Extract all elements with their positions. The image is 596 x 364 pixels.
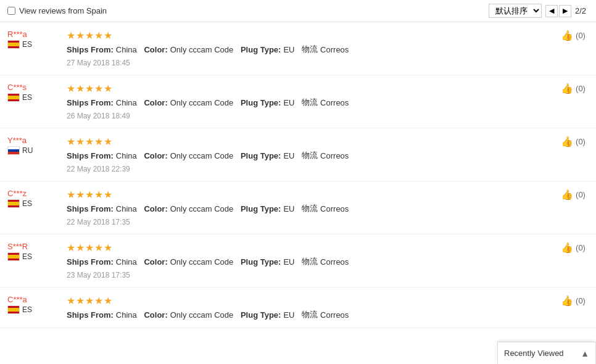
plug-type-label: Plug Type: — [241, 257, 281, 267]
recently-viewed-label: Recently Viewed — [504, 349, 564, 358]
thumbs-up-icon: 👍 — [561, 295, 573, 307]
review-date: 22 May 2018 17:35 — [67, 218, 548, 226]
star-icon: ★ — [85, 83, 94, 94]
star-icon: ★ — [76, 136, 85, 147]
color-label: Color: — [144, 151, 167, 160]
like-count: (0) — [576, 296, 586, 305]
review-meta: Ships From: China Color: Only cccam Code… — [67, 150, 548, 161]
plug-type-label: Plug Type: — [241, 151, 281, 160]
ships-from-value: China — [116, 151, 137, 160]
plug-type-value: EU — [283, 98, 294, 107]
star-icon: ★ — [94, 189, 103, 201]
like-section: 👍 (0) — [558, 295, 589, 307]
plug-type-label: Plug Type: — [241, 204, 281, 213]
star-rating: ★★★★★ — [67, 189, 548, 201]
like-button[interactable]: 👍 (0) — [561, 83, 586, 94]
star-icon: ★ — [94, 242, 103, 254]
like-count: (0) — [576, 137, 586, 146]
reviewer-name: C***a — [7, 295, 27, 304]
color-label: Color: — [144, 98, 167, 107]
like-count: (0) — [576, 84, 586, 93]
reviewer-country: ES — [7, 199, 57, 208]
plug-type-label: Plug Type: — [241, 45, 281, 54]
color-value: Only cccam Code — [170, 310, 234, 320]
next-page-button[interactable]: ▶ — [559, 5, 571, 17]
star-icon: ★ — [104, 30, 112, 41]
country-flag-icon — [7, 199, 20, 208]
ships-from-label: Ships From: — [67, 310, 114, 320]
star-icon: ★ — [67, 30, 75, 41]
color-label: Color: — [144, 310, 167, 320]
pagination-nav: ◀ ▶ 2/2 — [545, 5, 589, 17]
like-count: (0) — [576, 243, 586, 252]
recently-viewed-bar[interactable]: Recently Viewed ▲ — [497, 342, 596, 364]
logistics-label: 物流 — [302, 150, 318, 161]
star-rating: ★★★★★ — [67, 30, 548, 41]
color-value: Only cccam Code — [170, 204, 234, 213]
country-code: ES — [22, 93, 32, 102]
thumbs-up-icon: 👍 — [561, 83, 573, 94]
like-button[interactable]: 👍 (0) — [561, 136, 586, 147]
top-bar-right: 默认排序最新最旧 ◀ ▶ 2/2 — [489, 4, 589, 18]
reviewer-country: ES — [7, 40, 57, 49]
like-section: 👍 (0) — [558, 30, 589, 41]
spain-filter-label: View reviews from Spain — [19, 6, 107, 15]
review-content: ★★★★★ Ships From: China Color: Only ccca… — [67, 242, 548, 279]
logistics-carrier: Correos — [320, 310, 349, 320]
reviewer-info: C***s ES — [7, 83, 57, 102]
review-date: 23 May 2018 17:35 — [67, 271, 548, 279]
star-icon: ★ — [85, 295, 94, 307]
review-item: Y***a RU ★★★★★ Ships From: China Color: … — [0, 128, 596, 181]
star-rating: ★★★★★ — [67, 136, 548, 147]
spain-filter-checkbox[interactable] — [7, 7, 15, 15]
review-content: ★★★★★ Ships From: China Color: Only ccca… — [67, 136, 548, 173]
country-flag-icon — [7, 40, 20, 49]
country-flag-icon — [7, 252, 20, 261]
review-date: 22 May 2018 22:39 — [67, 165, 548, 173]
star-icon: ★ — [104, 242, 112, 254]
ships-from-value: China — [116, 98, 137, 107]
star-icon: ★ — [104, 136, 112, 147]
like-count: (0) — [576, 31, 586, 40]
sort-dropdown[interactable]: 默认排序最新最旧 — [489, 4, 542, 18]
like-button[interactable]: 👍 (0) — [561, 189, 586, 201]
star-icon: ★ — [76, 30, 85, 41]
color-label: Color: — [144, 204, 167, 213]
review-content: ★★★★★ Ships From: China Color: Only ccca… — [67, 189, 548, 226]
color-value: Only cccam Code — [170, 151, 234, 160]
plug-type-value: EU — [283, 45, 294, 54]
star-icon: ★ — [76, 189, 85, 201]
country-flag-icon — [7, 305, 20, 314]
logistics-label: 物流 — [302, 256, 318, 267]
ships-from-value: China — [116, 45, 137, 54]
reviewer-name: Y***a — [7, 136, 27, 145]
star-icon: ★ — [67, 295, 75, 307]
like-section: 👍 (0) — [558, 83, 589, 94]
like-button[interactable]: 👍 (0) — [561, 30, 586, 41]
star-icon: ★ — [104, 295, 112, 307]
reviewer-name: C***z — [7, 189, 27, 198]
like-button[interactable]: 👍 (0) — [561, 295, 586, 307]
star-icon: ★ — [104, 83, 112, 94]
logistics-label: 物流 — [302, 203, 318, 214]
plug-type-label: Plug Type: — [241, 98, 281, 107]
logistics-label: 物流 — [302, 309, 318, 320]
prev-page-button[interactable]: ◀ — [545, 5, 558, 17]
ships-from-label: Ships From: — [67, 45, 114, 54]
review-list: R***a ES ★★★★★ Ships From: China Color: … — [0, 22, 596, 341]
color-label: Color: — [144, 45, 167, 54]
like-button[interactable]: 👍 (0) — [561, 242, 586, 254]
star-icon: ★ — [67, 242, 75, 254]
ships-from-value: China — [116, 257, 137, 267]
country-code: ES — [22, 305, 32, 314]
star-icon: ★ — [94, 83, 103, 94]
star-icon: ★ — [104, 189, 112, 201]
ships-from-label: Ships From: — [67, 257, 114, 267]
star-rating: ★★★★★ — [67, 242, 548, 254]
reviewer-info: S***R ES — [7, 242, 57, 261]
star-icon: ★ — [85, 242, 94, 254]
plug-type-value: EU — [283, 257, 294, 267]
thumbs-up-icon: 👍 — [561, 242, 573, 254]
review-content: ★★★★★ Ships From: China Color: Only ccca… — [67, 83, 548, 120]
star-icon: ★ — [94, 136, 103, 147]
